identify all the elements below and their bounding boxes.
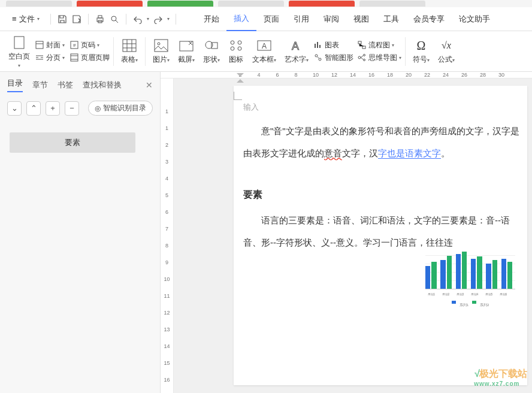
smart-toc-button[interactable]: ◎智能识别目录 (88, 101, 153, 116)
svg-point-23 (319, 58, 321, 61)
caret-down-icon[interactable]: ▾ (167, 16, 170, 22)
ruler-tick: 24 (443, 72, 446, 78)
tab[interactable] (6, 1, 72, 7)
chart-button[interactable]: 图表 (313, 40, 353, 51)
svg-text:A: A (292, 40, 299, 52)
close-icon[interactable]: ✕ (146, 80, 153, 90)
icon-button[interactable]: 图标 (225, 38, 247, 65)
menu-tab-开始[interactable]: 开始 (197, 7, 226, 31)
x-label: 类别5 (483, 291, 495, 298)
text: 。 (441, 148, 450, 158)
menu-tab-视图[interactable]: 视图 (346, 7, 376, 31)
menu-tab-插入[interactable]: 插入 (226, 7, 256, 31)
horizontal-ruler[interactable]: 24681012141618202224262830 (161, 72, 532, 78)
ruler-tick: 16 (368, 72, 372, 78)
svg-point-17 (231, 47, 234, 50)
embedded-chart[interactable]: 类别1类别2类别3类别4类别5类别6 系列1系列2 (425, 247, 515, 310)
bar (507, 262, 512, 289)
vertical-ruler[interactable]: 1123456789101112131415161718192021 (161, 78, 174, 393)
menu-tab-引用[interactable]: 引用 (286, 7, 316, 31)
indent-marker-icon[interactable] (237, 73, 244, 83)
symbol-button[interactable]: Ω符号▾ (409, 38, 433, 65)
tab[interactable] (218, 1, 284, 7)
bar (486, 264, 491, 289)
panel-tab-书签[interactable]: 书签 (58, 80, 73, 90)
redo-icon[interactable] (153, 14, 164, 25)
panel-tab-目录[interactable]: 目录 (7, 78, 23, 92)
add-button[interactable]: + (46, 101, 60, 116)
page-break-button[interactable]: 分页▾ (35, 52, 65, 64)
ruler-tick: 12 (331, 72, 335, 78)
menu-tab-工具[interactable]: 工具 (376, 7, 406, 31)
smartart-button[interactable]: 智能图形 (313, 52, 353, 64)
label: 图标 (229, 55, 243, 65)
svg-rect-1 (98, 16, 102, 18)
spellcheck-text: 意音 (324, 148, 342, 158)
plus-icon: + (50, 104, 55, 113)
table-icon (122, 38, 137, 53)
blank-page-button[interactable]: 空白页▾ (5, 35, 34, 68)
svg-rect-25 (362, 46, 365, 49)
tab[interactable] (147, 1, 213, 7)
remove-button[interactable]: − (65, 101, 79, 116)
print-preview-icon[interactable] (109, 14, 120, 25)
formula-button[interactable]: √x公式▾ (434, 38, 458, 65)
caret-down-icon[interactable]: ▾ (147, 16, 149, 22)
menu-bar: ≡ 文件 ▾ ▾ ▾ 开始插入页面引用审阅视图工具会员专享论文助手 (0, 7, 532, 31)
tab[interactable] (359, 1, 425, 7)
collapse-button[interactable]: ⌄ (7, 101, 22, 116)
file-menu-button[interactable]: ≡ 文件 ▾ (7, 11, 44, 27)
svg-point-26 (358, 56, 361, 59)
window-tab-strip (0, 0, 532, 7)
mindmap-button[interactable]: 思维导图▾ (357, 52, 401, 64)
menu-tab-会员专享[interactable]: 会员专享 (406, 7, 452, 31)
textbox-button[interactable]: A文本框▾ (249, 38, 280, 65)
bar (462, 252, 467, 289)
bar (431, 262, 436, 289)
menu-tab-审阅[interactable]: 审阅 (316, 7, 346, 31)
label: 图片 (153, 55, 167, 64)
tab[interactable] (77, 1, 143, 7)
ruler-tick: 1 (165, 125, 168, 131)
flowchart-button[interactable]: 流程图▾ (357, 40, 401, 51)
undo-icon[interactable] (132, 14, 143, 25)
table-button[interactable]: 表格▾ (117, 38, 141, 65)
cover-button[interactable]: 封面▾ (35, 40, 65, 51)
outline-item[interactable]: 要素 (10, 132, 135, 153)
menu-tab-论文助手[interactable]: 论文助手 (452, 7, 497, 31)
header-footer-icon (69, 53, 79, 62)
heading[interactable]: 要素 (243, 183, 527, 207)
x-label: 类别3 (454, 291, 466, 298)
label: 空白页 (8, 52, 30, 62)
save-as-icon[interactable] (71, 14, 82, 25)
wordart-button[interactable]: A艺术字▾ (281, 38, 312, 65)
document-page[interactable]: 输入 意"音"文字是由表义的象形符号和表音的声旁组成的文字，汉字是由表形文字进化… (234, 86, 527, 385)
x-label: 类别4 (468, 291, 480, 298)
paragraph[interactable]: 意"音"文字是由表义的象形符号和表音的声旁组成的文字，汉字是由表形文字进化成的意… (243, 120, 527, 165)
label: 形状 (203, 55, 217, 64)
bar (501, 259, 506, 289)
ruler-tick: 6 (276, 72, 279, 78)
screenshot-button[interactable]: 截屏▾ (174, 38, 198, 65)
panel-tab-查找和替换[interactable]: 查找和替换 (83, 80, 122, 90)
expand-button[interactable]: ⌃ (26, 101, 41, 116)
tab[interactable] (289, 1, 355, 7)
bar (440, 260, 445, 289)
caret-down-icon: ▾ (37, 16, 40, 22)
page-num-button[interactable]: #页码▾ (69, 40, 110, 51)
hamburger-icon: ≡ (12, 14, 17, 23)
hyperlink[interactable]: 字也是语素文字 (378, 148, 441, 159)
label: 智能识别目录 (103, 103, 146, 113)
label: 文本框 (252, 55, 274, 64)
watermark-url: www.xz7.com (474, 380, 527, 387)
panel-tab-章节[interactable]: 章节 (32, 80, 48, 90)
picture-button[interactable]: 图片▾ (149, 38, 173, 65)
menu-tab-页面[interactable]: 页面 (256, 7, 286, 31)
header-footer-button[interactable]: 页眉页脚 (69, 52, 110, 64)
bar (477, 256, 482, 289)
shape-button[interactable]: 形状▾ (200, 38, 223, 65)
label: 图表 (325, 40, 339, 50)
print-icon[interactable] (95, 14, 105, 25)
insert-hint: 输入 (243, 98, 527, 117)
save-icon[interactable] (57, 14, 68, 25)
